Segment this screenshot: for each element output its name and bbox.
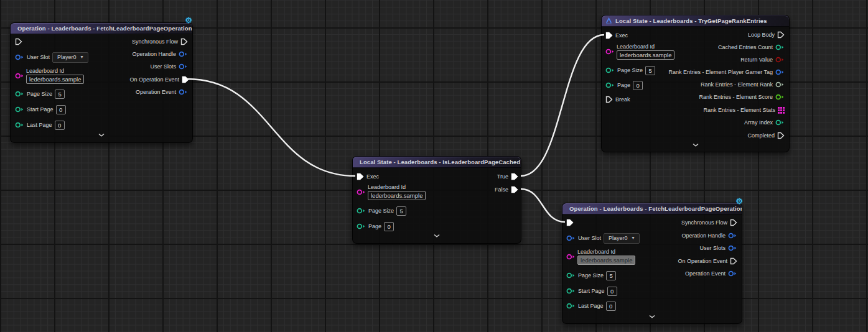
user-slots-pin-icon[interactable] [179,63,188,70]
synchronous-flow-pin-icon[interactable] [180,38,188,45]
completed-pin-icon[interactable] [777,132,785,139]
synchronous-flow-row: Synchronous Flow [132,37,188,46]
operation-handle-pin-icon[interactable] [728,233,737,239]
user-slot-dropdown[interactable]: Player0▾ [52,52,88,63]
start-page-pin-icon[interactable] [566,288,576,294]
leaderboard-id-field[interactable]: lederboards.sample [26,75,84,84]
page-size-pin-icon[interactable] [357,208,366,214]
node-title: Operation - Leaderboards - FetchLeaderbo… [569,205,742,212]
last-page-pin-icon[interactable] [566,303,576,309]
break-row: Break [605,95,630,104]
user-slot-value: Player0 [57,54,77,60]
page-size-pin-icon[interactable] [605,67,615,73]
rank-entries-rank-pin-icon[interactable] [775,81,785,88]
exec-pin-icon[interactable] [357,173,364,180]
user-slot-dropdown[interactable]: Player0▾ [604,233,640,244]
completed-row: Completed [747,131,785,140]
synchronous-flow-pin-icon[interactable] [730,219,737,226]
operation-event-label: Operation Event [136,89,176,95]
collapse-chevron-icon[interactable] [433,234,441,238]
false-pin-icon[interactable] [511,186,518,193]
return-value-pin-icon[interactable] [775,57,785,63]
leaderboard-id-pin-icon[interactable] [566,254,576,260]
node-fetch-leaderboard-page-bottom[interactable]: ⚙ Operation - Leaderboards - FetchLeader… [562,203,742,324]
rank-entries-stats-map-pin-icon[interactable] [778,107,785,114]
start-page-pin-icon[interactable] [15,106,24,113]
page-size-pin-icon[interactable] [566,272,576,279]
page-size-label: Page Size [617,67,643,73]
loop-body-pin-icon[interactable] [777,31,785,39]
array-index-label: Array Index [744,119,773,126]
page-size-field[interactable]: 5 [645,66,655,75]
page-size-row: Page Size 5 [605,66,655,75]
cached-entries-count-pin-icon[interactable] [775,44,785,50]
on-operation-event-pin-icon[interactable] [730,257,737,265]
node-title: Local State - Leaderboards - IsLeaderboa… [360,159,520,165]
cached-entries-count-row: Cached Entries Count [718,43,785,52]
user-slot-pin-icon[interactable] [566,235,576,241]
user-slots-label: User Slots [699,245,726,251]
exec-input-pin[interactable] [15,37,22,46]
last-page-field[interactable]: 0 [55,121,65,130]
operation-event-pin-icon[interactable] [179,89,188,95]
page-pin-icon[interactable] [605,82,615,88]
leaderboard-id-field[interactable]: lederboards.sample [617,50,674,60]
start-page-field[interactable]: 0 [56,105,66,114]
wire-false-to-exec[interactable] [521,189,565,222]
rank-entries-gamer-tag-pin-icon[interactable] [775,69,785,75]
user-slot-pin-icon[interactable] [15,54,24,60]
user-slots-row: User Slots [699,244,737,252]
rank-entries-score-pin-icon[interactable] [775,94,785,100]
collapse-chevron-icon[interactable] [98,133,105,137]
node-header[interactable]: Operation - Leaderboards - FetchLeaderbo… [11,23,192,34]
wire-on-operation-event-to-exec[interactable] [187,79,355,176]
node-header[interactable]: Local State - Leaderboards - IsLeaderboa… [353,157,521,168]
exec-input-pin[interactable] [566,218,574,227]
node-header[interactable]: Operation - Leaderboards - FetchLeaderbo… [562,203,742,214]
gear-icon[interactable]: ⚙ [735,197,743,205]
node-header[interactable]: Local State - Leaderboards - TryGetPageR… [602,16,789,27]
exec-label: Exec [366,173,379,180]
leaderboard-id-label: Leaderboard Id [368,184,426,190]
operation-event-pin-icon[interactable] [728,270,737,277]
exec-pin-icon[interactable] [605,32,613,39]
node-fetch-leaderboard-page-top[interactable]: ⚙ Operation - Leaderboards - FetchLeader… [10,22,193,143]
page-size-field[interactable]: 5 [606,271,616,280]
operation-event-label: Operation Event [685,270,726,277]
collapse-chevron-icon[interactable] [692,143,699,147]
array-index-pin-icon[interactable] [775,119,785,126]
wire-true-to-exec[interactable] [521,35,604,176]
leaderboard-id-pin-icon[interactable] [357,189,366,195]
start-page-label: Start Page [27,106,54,113]
break-pin-icon[interactable] [605,96,613,103]
collapse-chevron-icon[interactable] [648,315,656,319]
node-is-leaderboard-page-cached[interactable]: Local State - Leaderboards - IsLeaderboa… [352,156,521,244]
page-size-pin-icon[interactable] [15,91,24,97]
break-label: Break [615,96,630,103]
leaderboard-id-field[interactable]: lederboards.sample [368,191,426,200]
page-size-field[interactable]: 5 [396,206,406,216]
exec-pin-icon [15,38,22,45]
node-try-get-page-rank-entries[interactable]: Local State - Leaderboards - TryGetPageR… [601,15,790,152]
rank-entries-stats-row: Rank Entries - Element Stats [703,106,785,114]
rank-entries-stats-label: Rank Entries - Element Stats [703,107,775,113]
page-pin-icon[interactable] [357,223,366,229]
operation-handle-pin-icon[interactable] [179,51,188,57]
page-field[interactable]: 0 [633,81,643,90]
last-page-label: Last Page [578,303,604,309]
page-size-field[interactable]: 5 [55,90,65,99]
start-page-field[interactable]: 0 [607,287,617,296]
leaderboard-id-pin-icon[interactable] [15,73,24,79]
page-label: Page [617,82,630,88]
gear-icon[interactable]: ⚙ [185,16,192,24]
last-page-field[interactable]: 0 [606,302,616,311]
start-page-row: Start Page 0 [566,287,617,295]
on-operation-event-label: On Operation Event [129,76,179,83]
leaderboard-id-pin-icon[interactable] [605,48,615,55]
leaderboard-id-field-selected[interactable]: lederboards.sample [577,256,635,265]
blueprint-graph-canvas[interactable]: ⚙ Operation - Leaderboards - FetchLeader… [0,0,868,332]
true-pin-icon[interactable] [511,173,518,180]
last-page-pin-icon[interactable] [15,122,24,128]
page-field[interactable]: 0 [384,222,394,231]
user-slots-pin-icon[interactable] [728,245,737,251]
